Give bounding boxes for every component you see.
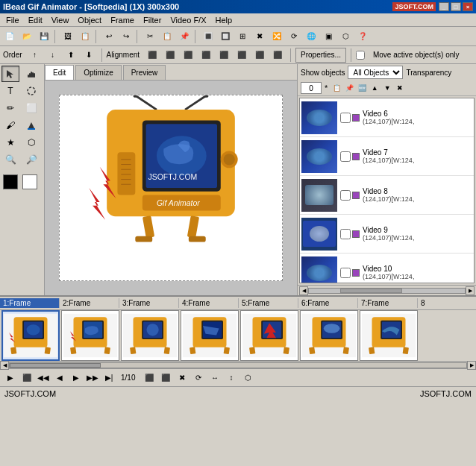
distribute-h[interactable]: ⬛	[251, 47, 268, 63]
align-center-h[interactable]: ⬛	[162, 47, 178, 63]
tb-btn17[interactable]: 🌐	[303, 28, 319, 45]
frame-scroll-right[interactable]: ▶	[467, 361, 476, 370]
frame-header-8[interactable]: 8	[418, 298, 476, 308]
tb-btn19[interactable]: ⬡	[337, 28, 354, 45]
list-item[interactable]: Video 6 (124,107)[W:124,	[300, 98, 474, 137]
list-item[interactable]: Video 8 (124,107)[W:124,	[300, 176, 474, 215]
tool-fill[interactable]	[22, 117, 40, 133]
tool-eraser[interactable]: ⬜	[22, 100, 40, 116]
tb-cut[interactable]: ✂	[142, 28, 158, 45]
menu-filter[interactable]: Filter	[139, 13, 166, 26]
menu-view[interactable]: View	[47, 13, 74, 26]
properties-button[interactable]: Properties...	[295, 48, 346, 63]
tb-paste[interactable]: 📌	[176, 28, 192, 45]
frame-thumb-7[interactable]	[360, 310, 418, 361]
object-visible-checkbox[interactable]	[340, 151, 351, 162]
transparency-input[interactable]: 0	[301, 82, 322, 94]
object-visible-checkbox[interactable]	[340, 190, 351, 201]
menu-help[interactable]: Help	[211, 13, 237, 26]
object-visible-checkbox[interactable]	[340, 113, 351, 123]
panel-btn-copy[interactable]: 📋	[331, 82, 342, 94]
frame-header-7[interactable]: 7:Frame	[358, 298, 418, 308]
frame-header-4[interactable]: 4:Frame	[179, 298, 239, 308]
frame-thumb-2[interactable]	[61, 310, 119, 361]
play-button[interactable]: ▶	[3, 371, 18, 385]
tool-star[interactable]: ★	[1, 134, 19, 151]
frame-btn-3[interactable]: ✖	[175, 371, 190, 385]
tool-hand[interactable]	[22, 66, 40, 82]
tool-select[interactable]	[1, 66, 19, 82]
close-button[interactable]: ×	[463, 2, 473, 11]
panel-btn-up[interactable]: ▲	[369, 82, 381, 94]
object-list[interactable]: Video 6 (124,107)[W:124, Video 7 (124,10…	[299, 98, 475, 283]
show-objects-select[interactable]: All Objects	[348, 66, 403, 79]
frame-btn-6[interactable]: ↕	[224, 371, 239, 385]
frame-scroll-thumb[interactable]	[10, 363, 101, 368]
align-bottom[interactable]: ⬛	[234, 47, 250, 63]
scroll-right-btn[interactable]: ▶	[466, 286, 475, 295]
frame-thumb-6[interactable]	[300, 310, 358, 361]
frame-btn-5[interactable]: ↔	[207, 371, 222, 385]
menu-edit[interactable]: Edit	[24, 13, 47, 26]
frame-thumb-3[interactable]	[121, 310, 179, 361]
tb-btn15[interactable]: 🔀	[269, 28, 285, 45]
panel-btn-delete[interactable]: ✖	[394, 82, 406, 94]
tb-btn5[interactable]: 📋	[77, 28, 93, 45]
menu-video-fx[interactable]: Video F/X	[166, 13, 210, 26]
align-left[interactable]: ⬛	[144, 47, 160, 63]
tb-btn12[interactable]: 🔲	[217, 28, 234, 45]
frame-thumb-5[interactable]	[240, 310, 298, 361]
tool-text[interactable]: T	[1, 83, 19, 99]
tool-brush[interactable]: 🖌	[1, 117, 19, 133]
panel-btn-paste[interactable]: 📌	[343, 82, 355, 94]
frame-btn-4[interactable]: ⟳	[191, 371, 206, 385]
tab-edit[interactable]: Edit	[45, 65, 74, 80]
tb-undo[interactable]: ↩	[101, 28, 117, 45]
list-item[interactable]: Video 7 (124,107)[W:124,	[300, 137, 474, 176]
tb-btn18[interactable]: ▣	[320, 28, 336, 45]
align-top[interactable]: ⬛	[198, 47, 214, 63]
tb-btn16[interactable]: ⟳	[286, 28, 302, 45]
rewind-button[interactable]: ◀◀	[36, 371, 51, 385]
tool-pencil[interactable]: ✏	[1, 100, 19, 116]
tool-zoom-out[interactable]: 🔎	[22, 151, 40, 168]
step-fwd-button[interactable]: ▶	[69, 371, 84, 385]
object-visible-checkbox[interactable]	[340, 229, 351, 239]
menu-object[interactable]: Object	[73, 13, 106, 26]
tool-lasso[interactable]	[22, 83, 40, 99]
tab-preview[interactable]: Preview	[123, 65, 166, 80]
maximize-button[interactable]: □	[451, 2, 461, 11]
menu-frame[interactable]: Frame	[106, 13, 139, 26]
order-btn-top[interactable]: ⬆	[63, 47, 79, 63]
frame-thumb-4[interactable]	[181, 310, 239, 361]
frame-btn-2[interactable]: ⬛	[158, 371, 173, 385]
order-btn-up[interactable]: ↑	[27, 47, 43, 63]
foreground-color[interactable]	[3, 174, 18, 189]
list-item[interactable]: Video 10 (124,107)[W:124,	[300, 254, 474, 283]
frame-header-5[interactable]: 5:Frame	[239, 298, 298, 308]
tb-open[interactable]: 📂	[19, 28, 35, 45]
tb-help[interactable]: ❓	[354, 28, 371, 45]
move-active-checkbox[interactable]	[356, 51, 365, 60]
tab-optimize[interactable]: Optimize	[75, 65, 121, 80]
align-right[interactable]: ⬛	[180, 47, 196, 63]
tb-redo[interactable]: ↪	[118, 28, 134, 45]
list-item[interactable]: Video 9 (124,107)[W:124,	[300, 215, 474, 254]
frame-scrollbar[interactable]: ◀ ▶	[0, 361, 476, 368]
scroll-left-btn[interactable]: ◀	[299, 286, 308, 295]
align-center-v[interactable]: ⬛	[216, 47, 232, 63]
fast-fwd-button[interactable]: ▶▶	[85, 371, 100, 385]
order-btn-down[interactable]: ↓	[45, 47, 61, 63]
tb-btn4[interactable]: 🖼	[60, 28, 76, 45]
frame-header-3[interactable]: 3:Frame	[119, 298, 179, 308]
tb-copy[interactable]: 📋	[159, 28, 175, 45]
distribute-v[interactable]: ⬛	[269, 47, 286, 63]
tb-save[interactable]: 💾	[36, 28, 52, 45]
tb-btn14[interactable]: ✖	[251, 28, 268, 45]
scrollbar-track[interactable]	[308, 288, 466, 294]
step-back-button[interactable]: ◀	[52, 371, 67, 385]
panel-btn-new[interactable]: 🆕	[356, 82, 368, 94]
minimize-button[interactable]: _	[439, 2, 449, 11]
order-btn-bot[interactable]: ⬇	[81, 47, 97, 63]
tb-new[interactable]: 📄	[1, 28, 18, 45]
